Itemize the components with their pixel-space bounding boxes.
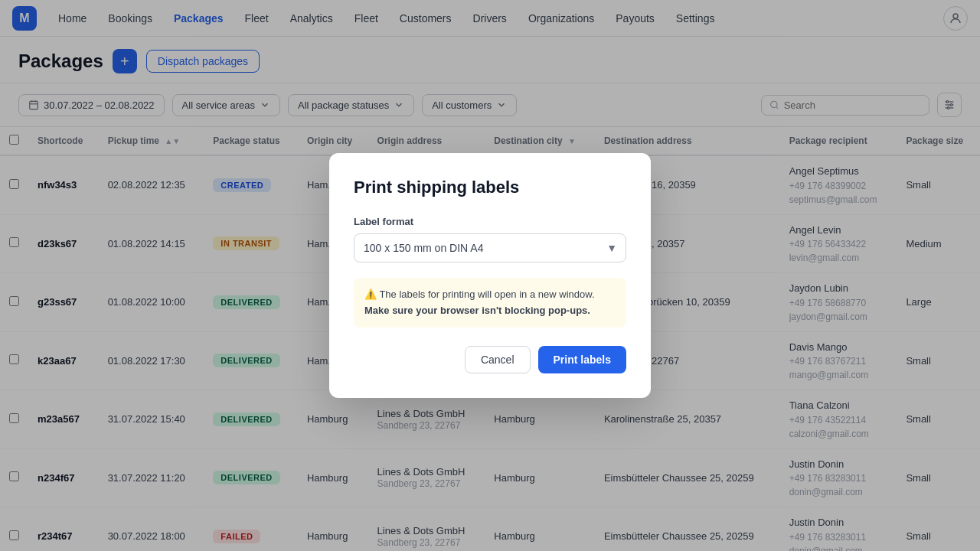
warning-icon: ⚠️ [364, 289, 377, 300]
warning-text-bold: Make sure your browser isn't blocking po… [364, 305, 590, 316]
modal-warning: ⚠️ The labels for printing will open in … [354, 278, 626, 328]
print-shipping-labels-modal: Print shipping labels Label format 100 x… [329, 153, 651, 399]
cancel-button[interactable]: Cancel [465, 346, 531, 373]
label-format-wrap: 100 x 150 mm on DIN A4 100 x 150 mm A4 ▼ [354, 233, 626, 262]
modal-title: Print shipping labels [354, 178, 626, 197]
warning-text-plain: The labels for printing will open in a n… [379, 289, 594, 300]
label-format-label: Label format [354, 216, 626, 227]
label-format-select[interactable]: 100 x 150 mm on DIN A4 100 x 150 mm A4 [354, 233, 626, 262]
print-labels-button[interactable]: Print labels [538, 346, 626, 373]
modal-actions: Cancel Print labels [354, 346, 626, 373]
modal-overlay: Print shipping labels Label format 100 x… [0, 0, 980, 551]
